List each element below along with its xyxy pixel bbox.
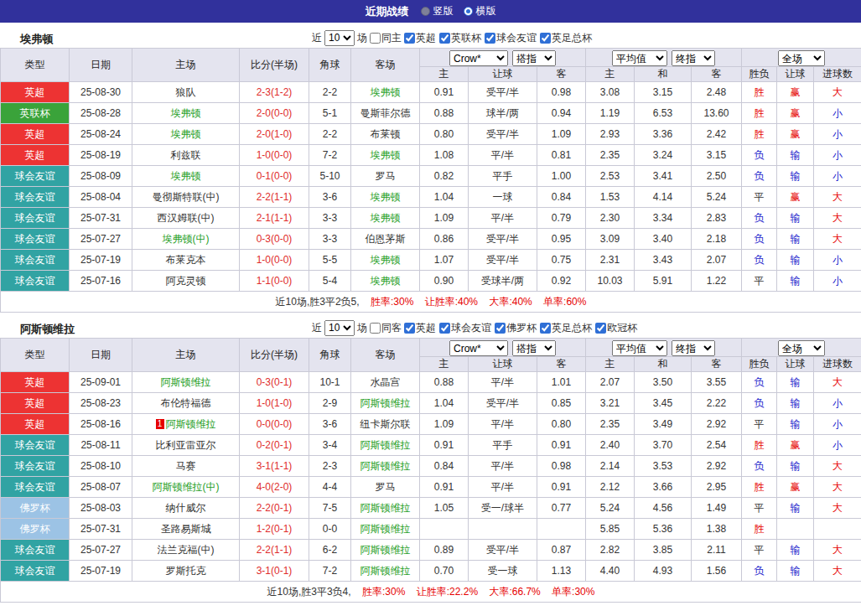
- home-team[interactable]: 圣路易斯城: [161, 523, 211, 535]
- home-team[interactable]: 埃弗顿: [171, 107, 201, 119]
- scope-select[interactable]: 全场: [778, 340, 825, 356]
- home-team[interactable]: 阿斯顿维拉(中): [153, 481, 220, 493]
- competition-checkbox[interactable]: [439, 323, 450, 334]
- bookmaker-select[interactable]: Crow*: [449, 50, 508, 66]
- match-count-select[interactable]: 10: [324, 320, 355, 336]
- match-score[interactable]: 4-0(2-0): [240, 477, 309, 498]
- competition-filter[interactable]: 英足总杯: [540, 321, 592, 335]
- home-team[interactable]: 狼队: [176, 86, 196, 98]
- away-team[interactable]: 水晶宫: [371, 376, 401, 388]
- home-team[interactable]: 利兹联: [171, 149, 201, 161]
- match-score[interactable]: 0-2(0-1): [240, 435, 309, 456]
- away-team[interactable]: 埃弗顿: [371, 212, 401, 224]
- competition-checkbox[interactable]: [439, 33, 450, 44]
- home-team[interactable]: 纳什威尔: [166, 502, 206, 514]
- match-row: 英超25-08-161阿斯顿维拉0-0(0-0)3-6纽卡斯尔联1.09平/半0…: [1, 414, 861, 435]
- home-team[interactable]: 阿克灵顿: [166, 275, 206, 287]
- venue-checkbox[interactable]: [370, 323, 381, 334]
- match-score[interactable]: 2-3(1-2): [240, 82, 309, 103]
- competition-filter[interactable]: 欧冠杯: [595, 321, 637, 335]
- match-score[interactable]: 2-0(0-0): [240, 103, 309, 124]
- match-score[interactable]: 2-2(0-1): [240, 498, 309, 519]
- competition-checkbox[interactable]: [540, 33, 551, 44]
- away-team[interactable]: 纽卡斯尔联: [360, 418, 411, 430]
- match-score[interactable]: 3-1(1-1): [240, 456, 309, 477]
- layout-radio[interactable]: 横版: [464, 4, 496, 18]
- match-score[interactable]: 0-0(0-0): [240, 414, 309, 435]
- col-score: 比分(半场): [240, 339, 309, 372]
- home-team[interactable]: 布莱克本: [166, 254, 206, 266]
- away-team[interactable]: 埃弗顿: [371, 254, 401, 266]
- match-score[interactable]: 1-0(0-0): [240, 250, 309, 271]
- home-team[interactable]: 曼彻斯特联(中): [153, 191, 220, 203]
- home-team[interactable]: 埃弗顿: [171, 128, 201, 140]
- final-index-select[interactable]: 终指: [672, 340, 715, 356]
- away-team[interactable]: 埃弗顿: [371, 275, 401, 287]
- competition-checkbox[interactable]: [404, 33, 415, 44]
- away-team[interactable]: 阿斯顿维拉: [360, 544, 411, 556]
- venue-checkbox[interactable]: [370, 33, 381, 44]
- away-team[interactable]: 埃弗顿: [371, 191, 401, 203]
- match-score[interactable]: 2-2(1-1): [240, 187, 309, 208]
- home-team[interactable]: 马赛: [176, 460, 196, 472]
- match-score[interactable]: 0-3(0-1): [240, 372, 309, 393]
- average-select[interactable]: 平均值: [612, 50, 667, 66]
- match-score[interactable]: 2-1(1-1): [240, 208, 309, 229]
- competition-checkbox[interactable]: [404, 323, 415, 334]
- competition-filter[interactable]: 英超: [404, 321, 436, 335]
- competition-filter[interactable]: 球会友谊: [439, 321, 491, 335]
- competition-filter[interactable]: 佛罗杯: [495, 321, 537, 335]
- final-index-select[interactable]: 终指: [672, 50, 715, 66]
- home-team[interactable]: 比利亚雷亚尔: [156, 439, 216, 451]
- match-score[interactable]: 0-1(0-0): [240, 166, 309, 187]
- competition-checkbox[interactable]: [595, 323, 606, 334]
- venue-filter[interactable]: 同客: [370, 321, 402, 335]
- handicap-result: 赢: [777, 82, 814, 103]
- match-count-select[interactable]: 10: [324, 30, 355, 46]
- scope-select[interactable]: 全场: [778, 50, 825, 66]
- match-score[interactable]: 1-0(0-0): [240, 145, 309, 166]
- competition-checkbox[interactable]: [540, 323, 551, 334]
- match-score[interactable]: 1-2(0-1): [240, 519, 309, 540]
- average-select[interactable]: 平均值: [612, 340, 667, 356]
- competition-filter[interactable]: 英联杯: [439, 31, 481, 45]
- away-team[interactable]: 阿斯顿维拉: [360, 523, 411, 535]
- home-team[interactable]: 西汉姆联(中): [158, 212, 215, 224]
- home-team[interactable]: 埃弗顿(中): [163, 233, 210, 245]
- home-team[interactable]: 布伦特福德: [161, 397, 211, 409]
- handicap-index-select[interactable]: 搭指: [512, 50, 556, 66]
- away-team[interactable]: 阿斯顿维拉: [360, 460, 411, 472]
- handicap-index-select[interactable]: 搭指: [512, 340, 556, 356]
- competition-filter[interactable]: 英超: [404, 31, 436, 45]
- corner-score: 5-4: [309, 271, 351, 292]
- away-team[interactable]: 罗马: [376, 481, 396, 493]
- match-score[interactable]: 2-2(1-1): [240, 540, 309, 561]
- home-team[interactable]: 罗斯托克: [166, 565, 206, 577]
- away-team[interactable]: 阿斯顿维拉: [360, 397, 411, 409]
- competition-checkbox[interactable]: [485, 33, 495, 44]
- away-team[interactable]: 曼斯菲尔德: [360, 107, 411, 119]
- away-team[interactable]: 阿斯顿维拉: [360, 439, 411, 451]
- home-team[interactable]: 阿斯顿维拉: [166, 418, 216, 430]
- layout-radio[interactable]: 竖版: [421, 4, 454, 18]
- away-team[interactable]: 埃弗顿: [371, 149, 401, 161]
- away-team[interactable]: 罗马: [376, 170, 396, 182]
- away-team[interactable]: 阿斯顿维拉: [360, 565, 411, 577]
- match-score[interactable]: 2-0(1-0): [240, 124, 309, 145]
- competition-filter[interactable]: 球会友谊: [485, 31, 537, 45]
- match-score[interactable]: 0-3(0-0): [240, 229, 309, 250]
- away-team[interactable]: 布莱顿: [371, 128, 401, 140]
- bookmaker-select[interactable]: Crow*: [449, 340, 508, 356]
- match-score[interactable]: 1-1(0-0): [240, 271, 309, 292]
- venue-filter[interactable]: 同主: [370, 31, 402, 45]
- away-team[interactable]: 阿斯顿维拉: [360, 502, 411, 514]
- home-team[interactable]: 埃弗顿: [171, 170, 201, 182]
- match-score[interactable]: 1-0(1-0): [240, 393, 309, 414]
- match-score[interactable]: 3-1(0-1): [240, 561, 309, 582]
- competition-checkbox[interactable]: [495, 323, 506, 334]
- competition-filter[interactable]: 英足总杯: [540, 31, 592, 45]
- home-team[interactable]: 阿斯顿维拉: [161, 376, 211, 388]
- away-team[interactable]: 伯恩茅斯: [366, 233, 406, 245]
- home-team[interactable]: 法兰克福(中): [158, 544, 215, 556]
- away-team[interactable]: 埃弗顿: [371, 86, 401, 98]
